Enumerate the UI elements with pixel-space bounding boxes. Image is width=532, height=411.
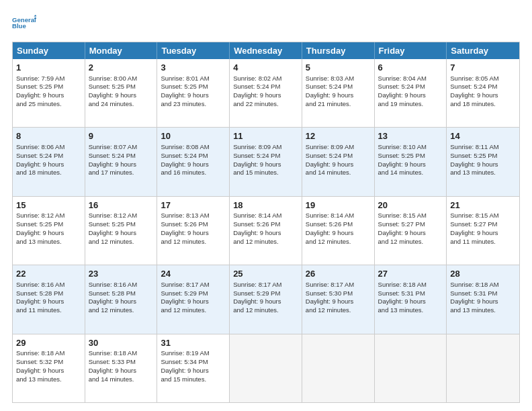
- header-day-saturday: Saturday: [447, 42, 519, 59]
- day-info: Sunrise: 8:07 AM Sunset: 5:24 PM Dayligh…: [89, 143, 137, 176]
- day-number: 25: [233, 268, 298, 280]
- day-number: 6: [378, 62, 443, 74]
- day-info: Sunrise: 8:11 AM Sunset: 5:25 PM Dayligh…: [450, 143, 498, 176]
- day-number: 16: [89, 199, 154, 212]
- calendar-header: SundayMondayTuesdayWednesdayThursdayFrid…: [13, 42, 519, 59]
- day-number: 4: [233, 62, 298, 74]
- day-cell-27: 27Sunrise: 8:18 AM Sunset: 5:31 PM Dayli…: [375, 265, 447, 333]
- day-info: Sunrise: 8:10 AM Sunset: 5:25 PM Dayligh…: [378, 143, 427, 176]
- header-day-tuesday: Tuesday: [157, 42, 230, 59]
- day-info: Sunrise: 8:05 AM Sunset: 5:24 PM Dayligh…: [450, 75, 498, 107]
- day-number: 7: [450, 62, 516, 74]
- day-number: 30: [89, 337, 154, 349]
- day-number: 18: [233, 199, 298, 212]
- day-info: Sunrise: 8:15 AM Sunset: 5:27 PM Dayligh…: [378, 212, 427, 244]
- empty-cell-4-3: [230, 334, 302, 402]
- logo-svg: General Blue: [12, 11, 36, 35]
- day-info: Sunrise: 8:04 AM Sunset: 5:24 PM Dayligh…: [378, 75, 427, 107]
- header-day-sunday: Sunday: [13, 42, 85, 59]
- day-number: 15: [16, 199, 81, 212]
- day-cell-7: 7Sunrise: 8:05 AM Sunset: 5:24 PM Daylig…: [447, 59, 519, 127]
- day-number: 12: [306, 130, 371, 142]
- page: General Blue SundayMondayTuesdayWednesda…: [0, 0, 532, 411]
- day-info: Sunrise: 8:12 AM Sunset: 5:25 PM Dayligh…: [89, 212, 137, 244]
- day-number: 23: [89, 268, 154, 280]
- day-cell-29: 29Sunrise: 8:18 AM Sunset: 5:32 PM Dayli…: [13, 334, 85, 402]
- svg-marker-2: [34, 15, 36, 16]
- day-number: 5: [306, 62, 371, 74]
- day-info: Sunrise: 8:17 AM Sunset: 5:29 PM Dayligh…: [233, 281, 281, 314]
- day-cell-25: 25Sunrise: 8:17 AM Sunset: 5:29 PM Dayli…: [230, 265, 302, 333]
- empty-cell-4-6: [447, 334, 519, 402]
- day-cell-9: 9Sunrise: 8:07 AM Sunset: 5:24 PM Daylig…: [85, 128, 158, 195]
- day-info: Sunrise: 8:01 AM Sunset: 5:25 PM Dayligh…: [161, 75, 209, 107]
- week-row-2: 15Sunrise: 8:12 AM Sunset: 5:25 PM Dayli…: [13, 196, 519, 265]
- day-info: Sunrise: 8:08 AM Sunset: 5:24 PM Dayligh…: [161, 143, 209, 176]
- day-cell-19: 19Sunrise: 8:14 AM Sunset: 5:26 PM Dayli…: [302, 197, 375, 265]
- header: General Blue: [12, 11, 520, 35]
- day-cell-13: 13Sunrise: 8:10 AM Sunset: 5:25 PM Dayli…: [375, 128, 447, 195]
- day-number: 19: [306, 199, 371, 212]
- day-number: 8: [16, 130, 81, 142]
- header-day-thursday: Thursday: [302, 42, 375, 59]
- day-number: 11: [233, 130, 298, 142]
- day-number: 1: [16, 62, 81, 74]
- day-cell-21: 21Sunrise: 8:15 AM Sunset: 5:27 PM Dayli…: [447, 197, 519, 265]
- day-cell-28: 28Sunrise: 8:18 AM Sunset: 5:31 PM Dayli…: [447, 265, 519, 333]
- day-info: Sunrise: 8:15 AM Sunset: 5:27 PM Dayligh…: [450, 212, 498, 244]
- day-cell-5: 5Sunrise: 8:03 AM Sunset: 5:24 PM Daylig…: [302, 59, 375, 127]
- day-number: 22: [16, 268, 81, 280]
- header-day-monday: Monday: [85, 42, 158, 59]
- day-info: Sunrise: 8:18 AM Sunset: 5:31 PM Dayligh…: [378, 281, 427, 314]
- day-cell-12: 12Sunrise: 8:09 AM Sunset: 5:24 PM Dayli…: [302, 128, 375, 195]
- day-info: Sunrise: 8:02 AM Sunset: 5:24 PM Dayligh…: [233, 75, 281, 107]
- day-cell-4: 4Sunrise: 8:02 AM Sunset: 5:24 PM Daylig…: [230, 59, 302, 127]
- day-number: 29: [16, 337, 81, 349]
- day-cell-2: 2Sunrise: 8:00 AM Sunset: 5:25 PM Daylig…: [85, 59, 158, 127]
- day-cell-23: 23Sunrise: 8:16 AM Sunset: 5:28 PM Dayli…: [85, 265, 158, 333]
- day-info: Sunrise: 8:19 AM Sunset: 5:34 PM Dayligh…: [161, 349, 209, 382]
- day-number: 26: [306, 268, 371, 280]
- day-number: 24: [161, 268, 226, 280]
- day-number: 10: [161, 130, 226, 142]
- day-info: Sunrise: 8:18 AM Sunset: 5:32 PM Dayligh…: [16, 349, 64, 382]
- day-cell-3: 3Sunrise: 8:01 AM Sunset: 5:25 PM Daylig…: [157, 59, 230, 127]
- day-number: 3: [161, 62, 226, 74]
- week-row-0: 1Sunrise: 7:59 AM Sunset: 5:25 PM Daylig…: [13, 59, 519, 127]
- day-cell-20: 20Sunrise: 8:15 AM Sunset: 5:27 PM Dayli…: [375, 197, 447, 265]
- day-number: 13: [378, 130, 443, 142]
- day-number: 27: [378, 268, 443, 280]
- week-row-4: 29Sunrise: 8:18 AM Sunset: 5:32 PM Dayli…: [13, 334, 519, 402]
- day-cell-31: 31Sunrise: 8:19 AM Sunset: 5:34 PM Dayli…: [157, 334, 230, 402]
- day-cell-8: 8Sunrise: 8:06 AM Sunset: 5:24 PM Daylig…: [13, 128, 85, 195]
- day-info: Sunrise: 8:00 AM Sunset: 5:25 PM Dayligh…: [89, 75, 137, 107]
- day-info: Sunrise: 8:16 AM Sunset: 5:28 PM Dayligh…: [16, 281, 64, 314]
- day-number: 2: [89, 62, 154, 74]
- day-cell-15: 15Sunrise: 8:12 AM Sunset: 5:25 PM Dayli…: [13, 197, 85, 265]
- calendar-body: 1Sunrise: 7:59 AM Sunset: 5:25 PM Daylig…: [13, 59, 519, 402]
- day-info: Sunrise: 8:16 AM Sunset: 5:28 PM Dayligh…: [89, 281, 137, 314]
- day-info: Sunrise: 7:59 AM Sunset: 5:25 PM Dayligh…: [16, 75, 64, 107]
- day-info: Sunrise: 8:17 AM Sunset: 5:29 PM Dayligh…: [161, 281, 209, 314]
- day-number: 31: [161, 337, 226, 349]
- day-number: 17: [161, 199, 226, 212]
- day-cell-10: 10Sunrise: 8:08 AM Sunset: 5:24 PM Dayli…: [157, 128, 230, 195]
- day-info: Sunrise: 8:09 AM Sunset: 5:24 PM Dayligh…: [233, 143, 281, 176]
- day-info: Sunrise: 8:03 AM Sunset: 5:24 PM Dayligh…: [306, 75, 354, 107]
- day-number: 14: [450, 130, 516, 142]
- day-cell-11: 11Sunrise: 8:09 AM Sunset: 5:24 PM Dayli…: [230, 128, 302, 195]
- day-cell-16: 16Sunrise: 8:12 AM Sunset: 5:25 PM Dayli…: [85, 197, 158, 265]
- day-cell-26: 26Sunrise: 8:17 AM Sunset: 5:30 PM Dayli…: [302, 265, 375, 333]
- day-cell-6: 6Sunrise: 8:04 AM Sunset: 5:24 PM Daylig…: [375, 59, 447, 127]
- day-info: Sunrise: 8:18 AM Sunset: 5:33 PM Dayligh…: [89, 349, 137, 382]
- day-cell-1: 1Sunrise: 7:59 AM Sunset: 5:25 PM Daylig…: [13, 59, 85, 127]
- day-info: Sunrise: 8:12 AM Sunset: 5:25 PM Dayligh…: [16, 212, 64, 244]
- week-row-1: 8Sunrise: 8:06 AM Sunset: 5:24 PM Daylig…: [13, 127, 519, 195]
- empty-cell-4-4: [302, 334, 375, 402]
- calendar: SundayMondayTuesdayWednesdayThursdayFrid…: [12, 42, 520, 403]
- day-cell-14: 14Sunrise: 8:11 AM Sunset: 5:25 PM Dayli…: [447, 128, 519, 195]
- svg-text:Blue: Blue: [12, 22, 26, 30]
- header-day-friday: Friday: [375, 42, 447, 59]
- day-number: 28: [450, 268, 516, 280]
- day-cell-18: 18Sunrise: 8:14 AM Sunset: 5:26 PM Dayli…: [230, 197, 302, 265]
